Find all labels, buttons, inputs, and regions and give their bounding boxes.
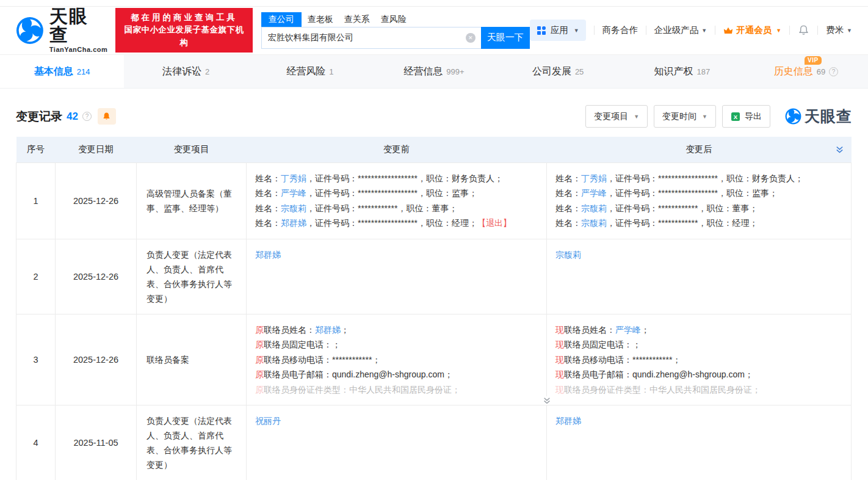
change-date: 2025-12-26	[56, 314, 137, 405]
notification-bell-icon[interactable]	[798, 24, 809, 36]
person-link[interactable]: 严学峰	[281, 188, 306, 198]
person-link[interactable]: 严学峰	[615, 325, 641, 335]
red-text: 【退出】	[477, 218, 512, 228]
watermark-text: 天眼查	[805, 106, 852, 126]
search-tabs: 查公司查老板查关系查风险	[261, 12, 530, 27]
collapse-all-icon[interactable]	[835, 145, 844, 154]
tab-法律诉讼[interactable]: 法律诉讼2	[124, 55, 248, 88]
detail-text: 联络员电子邮箱：qundi.zheng@h-shgroup.com；	[264, 369, 453, 379]
person-link[interactable]: 郑群娣	[555, 416, 581, 426]
table-row: 32025-12-26联络员备案原联络员姓名：郑群娣；原联络员固定电话：；原联络…	[16, 314, 852, 405]
person-link[interactable]: 宗馥莉	[281, 203, 306, 213]
section-title: 变更记录	[16, 109, 62, 125]
change-record-table-wrap: 序号变更日期变更项目变更前变更后 12025-12-26高级管理人员备案（董事、…	[16, 137, 852, 480]
divider	[789, 26, 790, 35]
search-tab-查关系[interactable]: 查关系	[344, 12, 370, 27]
detail-text: 姓名：	[255, 188, 281, 198]
column-header-变更日期: 变更日期	[56, 137, 137, 162]
detail-text: 联络员移动电话：************；	[264, 355, 380, 365]
row-number: 1	[16, 162, 56, 239]
search-area: 查公司查老板查关系查风险 ✕ 天眼一下	[261, 12, 530, 49]
change-item: 负责人变更（法定代表人、负责人、首席代表、合伙事务执行人等变更）	[137, 405, 247, 480]
person-link[interactable]: 丁秀娟	[281, 173, 306, 183]
clear-icon[interactable]: ✕	[466, 33, 476, 43]
company-section-tabs: 基本信息214法律诉讼2经营风险1经营信息999+公司发展25知识产权187历史…	[0, 55, 868, 89]
row-number: 3	[16, 314, 56, 405]
promo-line1: 都在用的商业查询工具	[121, 12, 247, 24]
detail-line: 姓名：严学峰，证件号码：******************，职位：监事；	[555, 186, 842, 201]
search-tab-查公司[interactable]: 查公司	[261, 12, 302, 27]
red-text: 现	[555, 355, 564, 365]
filter-change-time-button[interactable]: 变更时间 ▼	[654, 105, 716, 128]
person-link[interactable]: 宗馥莉	[581, 218, 607, 228]
promo-badge: 都在用的商业查询工具 国家中小企业发展子基金旗下机构	[115, 8, 252, 53]
divider	[715, 26, 715, 35]
search-tab-查老板[interactable]: 查老板	[308, 12, 333, 27]
detail-text: 联络员固定电话：；	[564, 340, 641, 349]
column-header-序号: 序号	[16, 137, 56, 162]
help-icon[interactable]: ?	[829, 67, 838, 76]
detail-line: 原联络员移动电话：************；	[255, 352, 538, 368]
subscribe-bell-button[interactable]	[98, 108, 116, 125]
tianyancha-logo[interactable]: 天眼查 TianYanCha.com	[16, 7, 107, 53]
tab-经营信息[interactable]: 经营信息999+	[372, 55, 496, 88]
chevron-down-icon: ▼	[701, 27, 707, 34]
search-tab-查风险[interactable]: 查风险	[381, 12, 407, 27]
search-button[interactable]: 天眼一下	[481, 27, 530, 49]
search-input[interactable]	[262, 33, 481, 43]
tab-基本信息[interactable]: 基本信息214	[0, 55, 124, 88]
top-nav: 应用 ▼ 商务合作 企业级产品 ▼ 开通会员 ▼ 费米 ▼	[530, 20, 852, 41]
nav-cooperation[interactable]: 商务合作	[602, 24, 638, 36]
person-link[interactable]: 严学峰	[581, 188, 607, 198]
person-link[interactable]: 丁秀娟	[581, 173, 607, 183]
nav-open-vip[interactable]: 开通会员 ▼	[723, 24, 781, 36]
change-item: 联络员备案	[137, 314, 247, 405]
tab-count: 69	[817, 67, 825, 76]
tab-count: 187	[696, 67, 710, 76]
section-count: 42	[67, 111, 78, 123]
apps-menu[interactable]: 应用 ▼	[530, 20, 586, 41]
table-row: 22025-12-26负责人变更（法定代表人、负责人、首席代表、合伙事务执行人等…	[16, 239, 852, 314]
person-link[interactable]: 郑群娣	[315, 325, 341, 335]
filter-change-item-label: 变更项目	[594, 111, 628, 122]
change-item: 高级管理人员备案（董事、监事、经理等）	[137, 162, 247, 239]
detail-line: 郑群娣	[555, 413, 842, 429]
nav-username: 费米	[826, 24, 844, 36]
nav-enterprise-label: 企业级产品	[654, 24, 699, 36]
person-link[interactable]: 郑群娣	[255, 250, 281, 260]
detail-text: 联络员身份证件类型：中华人民共和国居民身份证；	[264, 385, 460, 395]
red-text: 现	[555, 325, 564, 335]
tab-历史信息[interactable]: 历史信息VIP69?	[744, 55, 868, 88]
filter-change-item-button[interactable]: 变更项目 ▼	[585, 105, 648, 128]
detail-line: 现联络员电子邮箱：qundi.zheng@h-shgroup.com；	[555, 367, 842, 382]
help-icon[interactable]: ?	[82, 112, 92, 121]
person-link[interactable]: 祝丽丹	[255, 416, 281, 426]
detail-line: 原联络员电子邮箱：qundi.zheng@h-shgroup.com；	[255, 367, 538, 382]
export-button[interactable]: X 导出	[722, 105, 770, 128]
person-link[interactable]: 宗馥莉	[555, 250, 581, 260]
detail-text: ；	[341, 325, 349, 335]
person-link[interactable]: 宗馥莉	[581, 203, 607, 213]
excel-icon: X	[731, 112, 740, 122]
tab-公司发展[interactable]: 公司发展25	[496, 55, 620, 88]
person-link[interactable]: 郑群娣	[281, 218, 306, 228]
change-detail-cell: 姓名：丁秀娟，证件号码：******************，职位：财务负责人；…	[247, 162, 547, 239]
detail-line: 原联络员固定电话：；	[255, 337, 538, 352]
section-header: 变更记录 42 ? 变更项目 ▼ 变更时间 ▼ X 导出	[16, 105, 852, 128]
tab-经营风险[interactable]: 经营风险1	[248, 55, 372, 88]
divider	[594, 26, 595, 35]
grid-icon	[537, 26, 546, 35]
red-text: 现	[555, 385, 564, 395]
chevron-down-icon: ▼	[634, 114, 639, 120]
nav-cooperation-label: 商务合作	[602, 24, 638, 36]
change-detail-cell: 祝丽丹	[247, 405, 547, 480]
tab-知识产权[interactable]: 知识产权187	[620, 55, 744, 88]
nav-enterprise[interactable]: 企业级产品 ▼	[654, 24, 707, 36]
detail-line: 姓名：郑群娣，证件号码：******************，职位：经理；【退出…	[255, 216, 538, 231]
detail-text: 姓名：	[555, 203, 581, 213]
detail-text: 姓名：	[555, 218, 581, 228]
nav-user-menu[interactable]: 费米 ▼	[826, 24, 852, 36]
tab-label: 知识产权	[654, 66, 693, 76]
tab-label: 公司发展	[532, 66, 571, 76]
detail-text: 姓名：	[255, 173, 281, 183]
